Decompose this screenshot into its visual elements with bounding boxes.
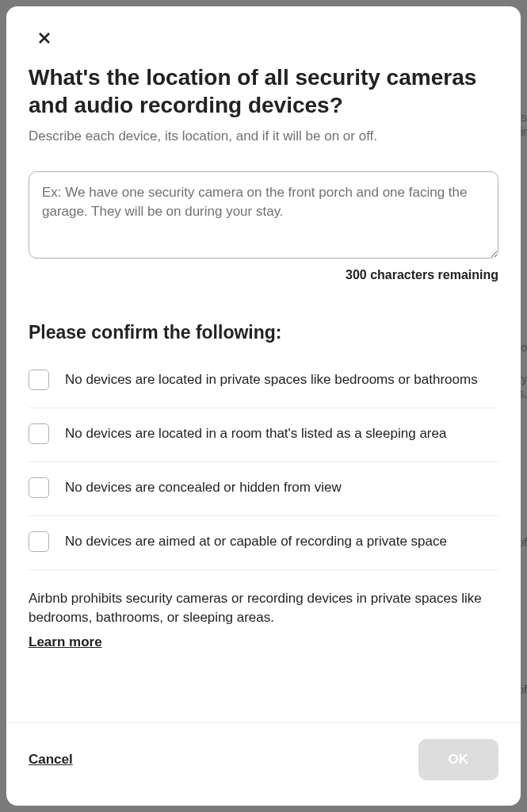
modal-footer: Cancel OK: [6, 722, 521, 806]
checkbox-concealed[interactable]: [29, 477, 49, 498]
learn-more-link[interactable]: Learn more: [29, 634, 102, 650]
modal-title: What's the location of all security came…: [29, 63, 498, 119]
security-devices-modal: What's the location of all security came…: [6, 6, 521, 806]
device-description-input[interactable]: [29, 171, 498, 259]
cancel-button[interactable]: Cancel: [29, 752, 73, 768]
checkbox-item: No devices are located in private spaces…: [29, 369, 498, 408]
character-counter: 300 characters remaining: [29, 268, 498, 282]
ok-button[interactable]: OK: [418, 739, 499, 780]
checkbox-item: No devices are aimed at or capable of re…: [29, 516, 498, 570]
confirmation-checkbox-list: No devices are located in private spaces…: [29, 369, 498, 570]
modal-body: What's the location of all security came…: [6, 63, 521, 722]
checkbox-label: No devices are concealed or hidden from …: [65, 477, 342, 497]
checkbox-label: No devices are located in a room that's …: [65, 423, 446, 443]
checkbox-private-spaces[interactable]: [29, 370, 49, 390]
checkbox-label: No devices are aimed at or capable of re…: [65, 530, 447, 551]
confirm-heading: Please confirm the following:: [29, 322, 498, 343]
close-button[interactable]: [32, 25, 57, 51]
checkbox-item: No devices are located in a room that's …: [29, 408, 498, 462]
close-icon: [38, 32, 51, 44]
checkbox-sleeping-area[interactable]: [29, 423, 49, 444]
textarea-container: [29, 171, 498, 262]
modal-subtitle: Describe each device, its location, and …: [29, 127, 498, 146]
checkbox-aimed-private[interactable]: [29, 531, 49, 552]
modal-header: [6, 6, 521, 63]
policy-text: Airbnb prohibits security cameras or rec…: [29, 589, 498, 628]
checkbox-item: No devices are concealed or hidden from …: [29, 462, 498, 516]
checkbox-label: No devices are located in private spaces…: [65, 369, 478, 389]
